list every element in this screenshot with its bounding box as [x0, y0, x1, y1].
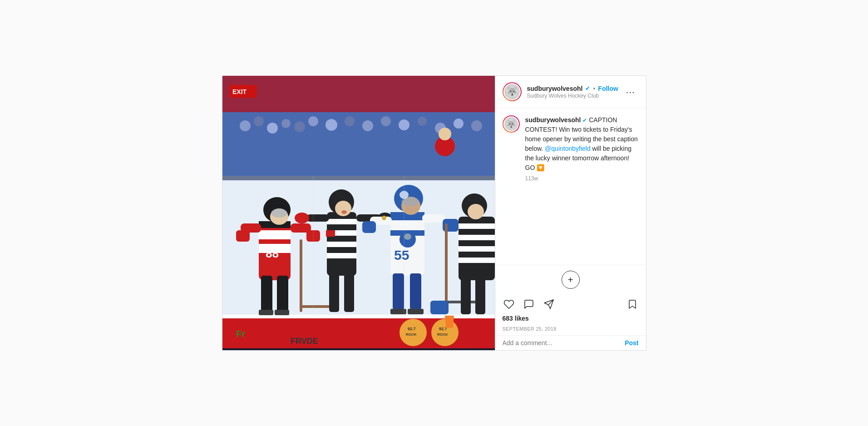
- header-username[interactable]: sudburywolvesohl: [527, 85, 583, 92]
- svg-point-13: [381, 116, 391, 126]
- post-container: 92.7 ROCK 92.7 ROCK Fr FRVDE 88: [222, 75, 646, 351]
- svg-rect-2: [222, 76, 495, 112]
- caption-avatar-ring: 🐺: [503, 115, 520, 133]
- svg-point-7: [281, 119, 291, 128]
- caption-mention[interactable]: @quintonbyfield: [545, 145, 591, 152]
- svg-point-20: [439, 128, 451, 140]
- post-image: 92.7 ROCK 92.7 ROCK Fr FRVDE 88: [222, 76, 495, 350]
- caption-time: 113w: [525, 175, 639, 182]
- svg-point-15: [418, 117, 427, 126]
- paper-plane-icon: [543, 299, 554, 310]
- svg-point-17: [454, 119, 464, 129]
- like-button[interactable]: [503, 298, 515, 311]
- header-info: sudburywolvesohl ✔ • Follow Sudbury Wolv…: [527, 85, 622, 99]
- bookmark-button[interactable]: [626, 298, 639, 311]
- svg-text:FRVDE: FRVDE: [291, 337, 318, 346]
- header-avatar-inner: 🐺: [503, 83, 521, 100]
- comment-input[interactable]: [503, 339, 625, 347]
- post-actions: [495, 294, 646, 312]
- svg-point-9: [308, 116, 318, 126]
- follow-button[interactable]: Follow: [598, 85, 618, 92]
- likes-section: 683 likes: [495, 312, 646, 324]
- post-header: 🐺 sudburywolvesohl ✔ • Follow Sudbury Wo…: [495, 76, 646, 108]
- svg-point-8: [294, 121, 305, 132]
- caption-avatar: 🐺: [504, 117, 518, 131]
- svg-point-11: [345, 116, 355, 126]
- verified-caption: ✔: [582, 117, 587, 124]
- caption-text-area: sudburywolvesohl ✔ CAPTION CONTEST! Win …: [525, 115, 639, 182]
- svg-point-10: [326, 119, 337, 131]
- svg-point-14: [399, 119, 409, 130]
- svg-text:92.7: 92.7: [408, 327, 416, 331]
- add-comment-section: +: [495, 265, 646, 294]
- post-caption-area: 🐺 sudburywolvesohl ✔ CAPTION CONTEST! Wi…: [495, 108, 646, 265]
- svg-point-4: [240, 120, 251, 131]
- verified-badge: ✔: [585, 85, 590, 92]
- plus-icon: +: [568, 275, 573, 284]
- share-button[interactable]: [542, 298, 555, 311]
- bookmark-icon: [627, 299, 638, 310]
- post-comment-button[interactable]: Post: [625, 339, 638, 347]
- svg-rect-97: [222, 176, 495, 317]
- actions-left: [503, 298, 555, 311]
- header-avatar-ring: 🐺: [503, 82, 522, 101]
- caption-username[interactable]: sudburywolvesohl: [525, 116, 581, 124]
- caption-text: sudburywolvesohl ✔ CAPTION CONTEST! Win …: [525, 115, 639, 173]
- svg-text:EXIT: EXIT: [232, 88, 247, 95]
- dot-separator: •: [593, 85, 595, 92]
- caption-avatar-inner: 🐺: [503, 116, 519, 132]
- caption-row: 🐺 sudburywolvesohl ✔ CAPTION CONTEST! Wi…: [503, 115, 639, 182]
- svg-text:ROCK: ROCK: [437, 332, 448, 337]
- more-options-button[interactable]: ···: [622, 85, 639, 99]
- comment-input-row: Post: [495, 335, 646, 350]
- comment-button[interactable]: [523, 298, 535, 311]
- post-date: SEPTEMBER 25, 2018: [495, 324, 646, 335]
- likes-count: 683 likes: [503, 315, 529, 322]
- svg-point-18: [471, 120, 482, 131]
- svg-text:ROCK: ROCK: [406, 332, 417, 337]
- svg-point-6: [267, 123, 278, 134]
- post-right: 🐺 sudburywolvesohl ✔ • Follow Sudbury Wo…: [495, 76, 646, 350]
- svg-marker-100: [445, 316, 454, 328]
- header-avatar: 🐺: [504, 84, 520, 99]
- header-subtext: Sudbury Wolves Hockey Club: [527, 93, 622, 99]
- add-comment-button[interactable]: +: [562, 271, 580, 289]
- speech-bubble-icon: [523, 299, 534, 310]
- svg-point-12: [362, 120, 373, 131]
- svg-point-5: [254, 116, 264, 126]
- username-row: sudburywolvesohl ✔ • Follow: [527, 85, 622, 92]
- svg-point-101: [382, 216, 386, 220]
- svg-text:Fr: Fr: [236, 329, 245, 339]
- heart-icon: [503, 299, 514, 310]
